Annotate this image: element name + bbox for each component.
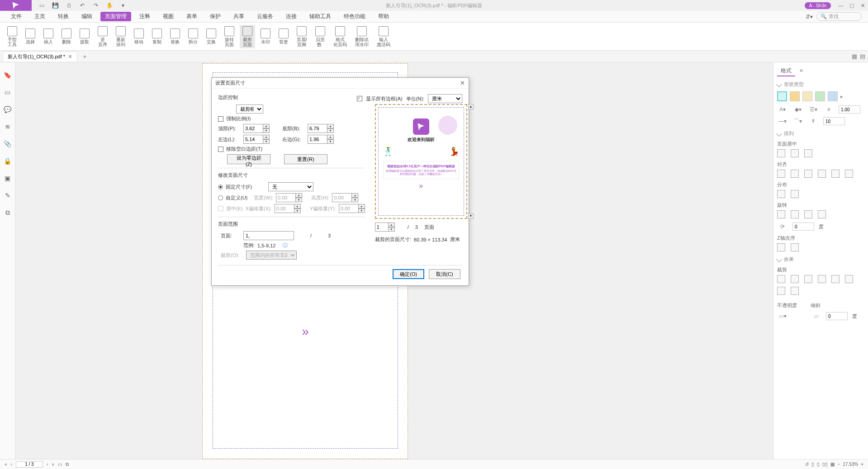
- preview-page-spinner[interactable]: ▲▼: [375, 223, 401, 232]
- margin-control-title: 边距控制: [218, 94, 365, 101]
- page-size-dialog: 设置页面尺寸 ✕ 显示所有边框(A) 单位(N): 厘米 边距控制 裁剪框 强制…: [211, 77, 469, 286]
- page-range-title: 页面范围: [218, 221, 365, 227]
- preview-figure-right-icon: 💃: [449, 147, 459, 156]
- dialog-overlay: 设置页面尺寸 ✕ 显示所有边框(A) 单位(N): 厘米 边距控制 裁剪框 强制…: [0, 0, 868, 469]
- force-ratio-checkbox[interactable]: [218, 116, 223, 122]
- preview-app-logo-icon: [413, 118, 429, 135]
- fixed-size-radio[interactable]: [218, 185, 223, 189]
- dialog-title-bar[interactable]: 设置页面尺寸 ✕: [212, 78, 469, 89]
- crop-box-select[interactable]: 裁剪框: [236, 104, 263, 114]
- unit-label: 单位(N):: [406, 95, 424, 102]
- preview-welcome-text: 欢迎来到福昕: [408, 137, 435, 143]
- top-spinner[interactable]: ▲▼: [243, 124, 270, 133]
- bottom-spinner[interactable]: ▲▼: [308, 124, 334, 133]
- custom-radio[interactable]: [218, 195, 223, 200]
- remove-blank-checkbox[interactable]: [218, 147, 223, 152]
- modify-size-title: 修改页面尺寸: [218, 172, 365, 179]
- width-spinner: ▲▼: [276, 193, 302, 202]
- unit-select[interactable]: 厘米: [428, 94, 462, 103]
- right-spinner[interactable]: ▲▼: [308, 135, 334, 144]
- zero-margin-button[interactable]: 设为零边距(Z): [227, 154, 270, 164]
- yoffset-spinner: ▲▼: [339, 204, 365, 213]
- preview-figure-left-icon: 🕺: [383, 147, 393, 156]
- dialog-close-button[interactable]: ✕: [460, 80, 465, 86]
- preview-chevron-down-icon: »: [419, 182, 423, 190]
- show-all-boxes-checkbox[interactable]: [357, 96, 362, 101]
- preview-scrollbar[interactable]: ▲ ▼: [468, 104, 474, 219]
- page-range-input[interactable]: [243, 231, 294, 240]
- preview-text-1: 感谢您如全球6.5亿用户一样信任福昕PDF编辑器: [385, 164, 457, 169]
- cancel-button[interactable]: 取消(C): [429, 269, 460, 279]
- dialog-title: 设置页面尺寸: [215, 80, 245, 86]
- crop-select: 范围内的所有页面: [246, 251, 297, 260]
- left-spinner[interactable]: ▲▼: [243, 135, 270, 144]
- crop-preview: 欢迎来到福昕 🕺 💃 感谢您如全球6.5亿用户一样信任福昕PDF编辑器 使用编辑…: [375, 104, 467, 219]
- xoffset-spinner: ▲▼: [275, 204, 301, 213]
- preview-text-2: 使用编辑器可以帮助您在日常工作生活中，快速解决PDF文档方面的问题，高效工作畅快…: [385, 170, 457, 176]
- fixed-size-select[interactable]: 无: [268, 182, 313, 191]
- ok-button[interactable]: 确定(O): [393, 269, 424, 279]
- reset-button[interactable]: 重置(R): [284, 154, 327, 164]
- info-icon[interactable]: ⓘ: [283, 242, 288, 249]
- dialog-top-right: 显示所有边框(A) 单位(N): 厘米: [357, 94, 462, 103]
- center-checkbox: [218, 206, 223, 211]
- height-spinner: ▲▼: [332, 193, 358, 202]
- show-all-boxes-label: 显示所有边框(A): [366, 95, 403, 102]
